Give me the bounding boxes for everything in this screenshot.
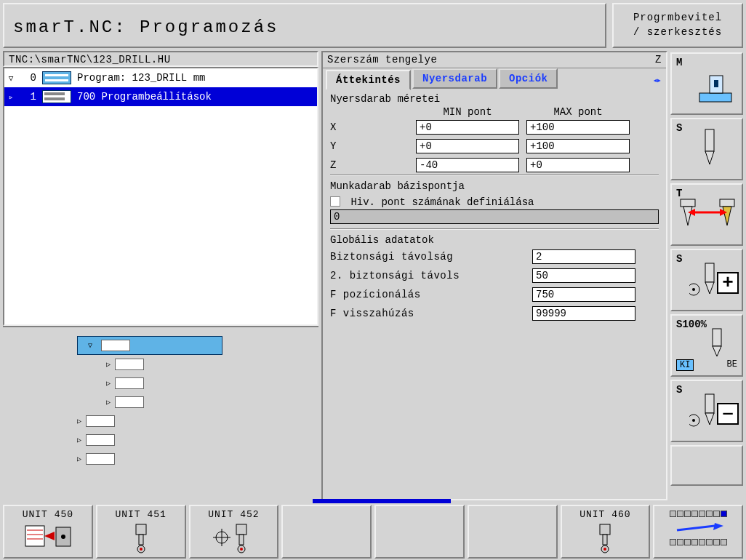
settings-icon xyxy=(41,89,73,104)
datum-checkbox[interactable] xyxy=(330,196,340,207)
y-max-field[interactable] xyxy=(526,139,630,153)
machine-icon xyxy=(692,71,736,108)
chevron-down-icon: ▽ xyxy=(88,341,92,350)
outline-item[interactable]: ▷ xyxy=(12,449,310,468)
z-max-field[interactable] xyxy=(526,158,630,172)
softkey-unit-451[interactable]: UNIT 451 xyxy=(96,505,186,559)
mode-box: Progrmbevitel / szerkesztés xyxy=(612,3,743,48)
f-retract-field[interactable] xyxy=(532,306,635,321)
side-t-button[interactable]: T xyxy=(670,183,743,246)
softkey-bar: UNIT 450 UNIT 451 UNIT 452 UNIT 460 xyxy=(0,503,746,560)
outline-item[interactable]: ▷ xyxy=(12,393,310,412)
side-label: S xyxy=(676,122,682,134)
svg-rect-22 xyxy=(25,526,44,546)
outline-item[interactable]: ▷ xyxy=(12,355,310,374)
svg-point-43 xyxy=(603,548,606,551)
tree-row-settings[interactable]: ▹ 1 700 Programbeállítások xyxy=(4,87,317,106)
svg-point-28 xyxy=(61,535,65,539)
x-max-field[interactable] xyxy=(526,120,630,135)
unit-451-icon xyxy=(123,521,159,553)
spindle-icon xyxy=(707,326,729,362)
softkey-unit-460[interactable]: UNIT 460 xyxy=(561,505,651,559)
tab-overview[interactable]: Áttekintés xyxy=(326,70,411,90)
detail-header: Szerszám tengelye Z xyxy=(323,52,666,68)
svg-rect-29 xyxy=(136,524,146,535)
detail-header-label: Szerszám tengelye xyxy=(327,54,437,66)
side-label: S xyxy=(676,253,682,265)
arrow-icon xyxy=(673,523,723,533)
tab-nav-arrows[interactable]: ◂▸ xyxy=(650,72,663,89)
tool-change-icon xyxy=(676,196,742,240)
step-indicator-top xyxy=(670,511,727,517)
program-tree[interactable]: ▽ 0 Program: 123_DRILL mm ▹ 1 700 Progra… xyxy=(3,67,318,326)
side-s-button[interactable]: S xyxy=(670,118,743,180)
side-label: M xyxy=(676,57,682,68)
datum-value-field[interactable] xyxy=(330,209,659,224)
tab-blank[interactable]: Nyersdarab xyxy=(412,68,497,89)
softkey-unit-452[interactable]: UNIT 452 xyxy=(189,505,279,559)
svg-rect-2 xyxy=(714,80,718,87)
softkey-unit-450[interactable]: UNIT 450 xyxy=(3,505,93,559)
spindle-icon xyxy=(689,260,718,304)
side-s100-button[interactable]: S100% KI BE xyxy=(670,314,743,377)
svg-rect-3 xyxy=(705,129,714,151)
svg-rect-14 xyxy=(705,263,714,282)
program-icon xyxy=(41,71,73,85)
expander-icon[interactable]: ▽ xyxy=(7,73,15,83)
side-s-plus-button[interactable]: S + xyxy=(670,249,743,311)
outline-item[interactable]: ▷ xyxy=(12,431,310,449)
svg-point-19 xyxy=(692,419,695,422)
outline-item[interactable]: ▽ xyxy=(77,336,222,355)
safety-dist2-label: 2. biztonsági távols xyxy=(330,270,525,281)
softkey-page-nav[interactable] xyxy=(653,505,743,559)
svg-marker-21 xyxy=(705,413,714,425)
svg-line-44 xyxy=(677,526,715,530)
file-path: TNC:\smarTNC\123_DRILL.HU xyxy=(9,54,171,65)
f-position-field[interactable] xyxy=(532,287,635,302)
svg-point-39 xyxy=(240,548,243,551)
group-global-title: Globális adatatok xyxy=(330,234,659,246)
svg-rect-30 xyxy=(139,535,143,545)
svg-point-32 xyxy=(140,548,143,551)
chevron-right-icon: ▷ xyxy=(77,455,81,463)
side-blank-button[interactable] xyxy=(670,445,743,486)
tree-row-program[interactable]: ▽ 0 Program: 123_DRILL mm xyxy=(4,68,317,87)
z-min-field[interactable] xyxy=(416,158,519,172)
safety-dist2-field[interactable] xyxy=(532,268,635,283)
line-number: 1 xyxy=(19,91,36,103)
safety-dist-label: Biztonsági távolság xyxy=(330,251,525,263)
detail-header-axis: Z xyxy=(655,54,662,66)
f-retract-label: F visszahúzás xyxy=(330,308,525,319)
tab-options[interactable]: Opciók xyxy=(499,68,558,89)
outline-item[interactable]: ▷ xyxy=(12,412,310,431)
side-m-button[interactable]: M xyxy=(670,52,743,115)
z-label: Z xyxy=(330,159,409,171)
softkey-empty[interactable] xyxy=(468,505,558,559)
f-position-label: F pozícionálás xyxy=(330,289,525,300)
tree-label: Program: 123_DRILL mm xyxy=(77,72,205,84)
side-s-minus-button[interactable]: S — xyxy=(670,380,743,442)
group-datum-title: Munkadarab bázispontja xyxy=(330,180,659,192)
chevron-right-icon: ▷ xyxy=(106,379,111,388)
x-min-field[interactable] xyxy=(416,120,519,135)
side-label: S xyxy=(676,384,682,396)
y-min-field[interactable] xyxy=(416,139,519,153)
softkey-empty[interactable] xyxy=(281,505,372,559)
softkey-label: UNIT 450 xyxy=(23,509,73,520)
max-label: MAX pont xyxy=(526,106,630,118)
outline-item[interactable]: ▷ xyxy=(12,374,310,393)
mode-line2: / szerkesztés xyxy=(619,25,736,39)
spindle-icon xyxy=(689,391,718,435)
x-label: X xyxy=(330,121,409,133)
title-bar: smarT.NC: Programozás xyxy=(3,3,606,48)
softkey-empty[interactable] xyxy=(374,505,465,559)
footer-scroll-indicator xyxy=(0,500,746,503)
svg-marker-6 xyxy=(683,207,692,225)
tab-bar: Áttekintés Nyersdarab Opciók ◂▸ xyxy=(323,68,666,89)
expander-icon[interactable]: ▹ xyxy=(7,92,15,102)
datum-checkbox-label: Hiv. pont számának definiálása xyxy=(350,196,534,208)
svg-rect-7 xyxy=(720,199,734,207)
safety-dist-field[interactable] xyxy=(532,249,635,264)
chevron-right-icon: ▷ xyxy=(77,417,81,425)
outline-panel: ▽ ▷ ▷ ▷ ▷ ▷ ▷ xyxy=(3,326,318,500)
